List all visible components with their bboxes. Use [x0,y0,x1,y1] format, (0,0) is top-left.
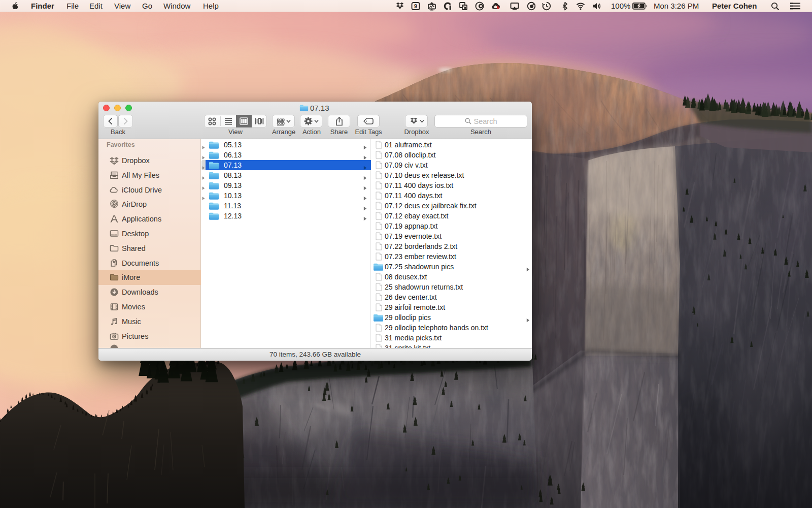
svg-text:9: 9 [414,3,417,9]
